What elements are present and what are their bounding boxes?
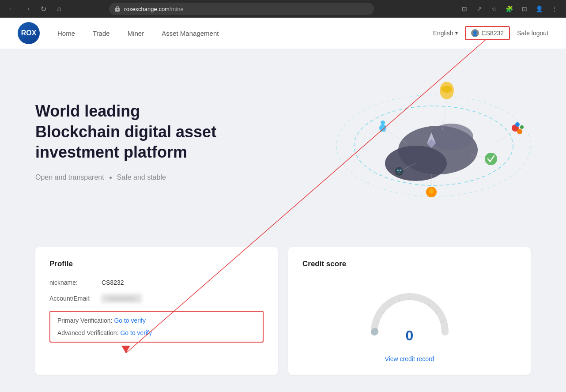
profile-card: Profile nickname: CS8232 Account/Email: … [35, 247, 278, 375]
url-bar[interactable]: roxexchange.com/mine [109, 3, 374, 15]
nav-miner[interactable]: Miner [128, 30, 144, 37]
url-text: roxexchange.com/mine [124, 6, 183, 12]
main-content: Profile nickname: CS8232 Account/Email: … [0, 234, 566, 388]
language-label: English [433, 30, 453, 37]
verification-box: Primary Verification: Go to verify Advan… [49, 311, 264, 343]
nav-home[interactable]: Home [57, 30, 75, 37]
advanced-verification-label: Advanced Verification: [57, 329, 119, 336]
gauge-container: 0 [302, 279, 517, 348]
share-button[interactable]: ↗ [473, 3, 486, 15]
logo[interactable]: ROX [18, 22, 40, 44]
chevron-down-icon: ▾ [455, 30, 458, 36]
hero-section: World leading Blockchain digital asset i… [0, 49, 566, 234]
svg-point-20 [520, 125, 524, 129]
credit-score-card: Credit score [288, 247, 531, 375]
browser-chrome: ← → ↻ ⌂ roxexchange.com/mine ⊡ ↗ ☆ 🧩 ⊡ 👤… [0, 0, 566, 18]
hero-illustration [319, 62, 540, 221]
svg-point-18 [517, 129, 522, 134]
hero-dot [109, 177, 112, 179]
svg-point-12 [397, 170, 399, 171]
username-label: CS8232 [482, 30, 504, 37]
nav-trade[interactable]: Trade [93, 30, 110, 37]
hero-title: World leading Blockchain digital asset i… [35, 101, 300, 163]
screenshot-button[interactable]: ⊡ [458, 3, 471, 15]
view-credit-record-link[interactable]: View credit record [302, 355, 517, 362]
credit-score-title: Credit score [302, 260, 517, 268]
svg-point-8 [441, 86, 452, 93]
home-button[interactable]: ⌂ [53, 3, 65, 15]
main-nav: Home Trade Miner Asset Management [57, 30, 415, 37]
language-selector[interactable]: English ▾ [433, 30, 458, 37]
back-button[interactable]: ← [5, 3, 18, 15]
reload-button[interactable]: ↻ [37, 3, 49, 15]
primary-verification-row: Primary Verification: Go to verify [57, 317, 256, 324]
advanced-verify-link[interactable]: Go to verify [120, 329, 152, 336]
advanced-verification-row: Advanced Verification: Go to verify [57, 329, 256, 336]
hero-text: World leading Blockchain digital asset i… [35, 101, 300, 181]
email-field: Account/Email: ●●●●●●● [49, 294, 264, 303]
primary-verify-link[interactable]: Go to verify [114, 317, 146, 324]
menu-button[interactable]: ⋮ [548, 3, 561, 15]
svg-point-19 [515, 122, 520, 127]
profile-button[interactable]: 👤 [533, 3, 546, 15]
profile-card-title: Profile [49, 260, 264, 268]
nickname-field: nickname: CS8232 [49, 279, 264, 286]
nav-asset-management[interactable]: Asset Management [162, 30, 219, 37]
primary-verification-label: Primary Verification: [57, 317, 112, 324]
lock-icon [114, 6, 121, 12]
email-value-blurred: ●●●●●●● [102, 294, 142, 303]
blockchain-graphic [319, 62, 540, 221]
browser-action-buttons: ⊡ ↗ ☆ 🧩 ⊡ 👤 ⋮ [458, 3, 561, 15]
email-label: Account/Email: [49, 295, 98, 302]
user-avatar-icon: 👤 [471, 29, 479, 37]
svg-point-4 [429, 124, 473, 150]
hero-subtitle: Open and transparent Safe and stable [35, 173, 300, 181]
user-badge[interactable]: 👤 CS8232 [465, 26, 510, 40]
svg-point-10 [381, 121, 385, 125]
bookmark-button[interactable]: ☆ [488, 3, 501, 15]
header-right: English ▾ 👤 CS8232 Safe logout [433, 26, 548, 40]
nickname-value: CS8232 [102, 279, 124, 286]
safe-logout-button[interactable]: Safe logout [517, 30, 548, 37]
window-button[interactable]: ⊡ [518, 3, 531, 15]
hero-subtitle-open: Open and transparent [35, 173, 104, 181]
nickname-label: nickname: [49, 279, 98, 286]
forward-button[interactable]: → [21, 3, 34, 15]
svg-line-21 [383, 128, 407, 143]
site-header: ROX Home Trade Miner Asset Management En… [0, 18, 566, 49]
extensions-button[interactable]: 🧩 [503, 3, 516, 15]
hero-subtitle-safe: Safe and stable [117, 173, 166, 181]
credit-score-value: 0 [406, 328, 414, 344]
